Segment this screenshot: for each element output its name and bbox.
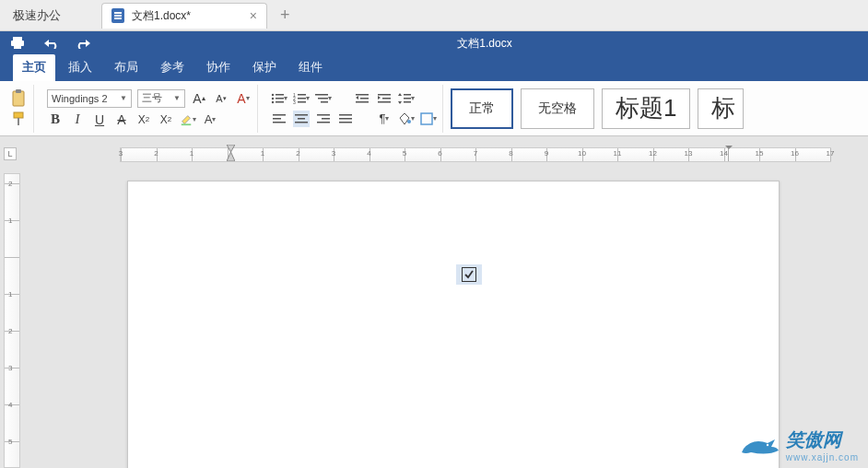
redo-icon[interactable] bbox=[76, 35, 92, 52]
ribbon-tab-protect[interactable]: 保护 bbox=[243, 54, 286, 81]
svg-rect-19 bbox=[298, 101, 306, 103]
shading-button[interactable]: ▾ bbox=[398, 111, 415, 127]
svg-rect-31 bbox=[404, 101, 411, 103]
svg-rect-39 bbox=[322, 118, 330, 120]
svg-rect-11 bbox=[276, 98, 284, 99]
font-name-select[interactable]: Wingdings 2 ▼ bbox=[47, 89, 132, 108]
ribbon-tab-home[interactable]: 主页 bbox=[13, 54, 55, 81]
right-margin-marker[interactable] bbox=[728, 148, 729, 161]
align-center-button[interactable] bbox=[293, 111, 310, 127]
watermark-url: www.xajjn.com bbox=[786, 452, 859, 462]
svg-rect-5 bbox=[14, 112, 23, 118]
tab-bar: 极速办公 文档1.docx* × + bbox=[0, 0, 868, 31]
ribbon-tab-component[interactable]: 组件 bbox=[289, 54, 332, 81]
style-heading1[interactable]: 标题1 bbox=[602, 88, 690, 129]
svg-rect-38 bbox=[317, 114, 330, 116]
svg-rect-22 bbox=[321, 101, 328, 103]
clipboard-group bbox=[6, 85, 34, 133]
checkbox-icon bbox=[462, 267, 476, 282]
svg-rect-41 bbox=[339, 114, 352, 116]
format-painter-icon[interactable] bbox=[11, 111, 28, 127]
svg-point-46 bbox=[767, 444, 768, 446]
selected-checkbox-glyph[interactable] bbox=[456, 264, 482, 285]
svg-rect-29 bbox=[404, 94, 411, 96]
chevron-down-icon: ▼ bbox=[173, 94, 181, 102]
svg-rect-26 bbox=[378, 94, 391, 96]
svg-point-12 bbox=[272, 100, 274, 102]
svg-rect-35 bbox=[295, 114, 308, 116]
add-tab-button[interactable]: + bbox=[280, 6, 290, 25]
line-spacing-button[interactable]: ▾ bbox=[398, 90, 415, 107]
document-tab[interactable]: 文档1.docx* × bbox=[101, 3, 267, 29]
quick-access-toolbar bbox=[9, 35, 92, 52]
svg-rect-23 bbox=[356, 94, 369, 96]
document-icon bbox=[111, 8, 124, 23]
svg-rect-28 bbox=[378, 101, 391, 103]
underline-button[interactable]: U bbox=[91, 111, 108, 128]
style-no-spacing[interactable]: 无空格 bbox=[521, 88, 594, 129]
horizontal-ruler[interactable]: 3211234567891011121314151617 bbox=[120, 147, 831, 162]
increase-indent-button[interactable] bbox=[376, 90, 393, 107]
svg-text:3: 3 bbox=[293, 99, 296, 104]
svg-rect-40 bbox=[317, 122, 330, 123]
increase-font-icon[interactable]: A▴ bbox=[191, 90, 207, 107]
bold-button[interactable]: B bbox=[47, 111, 64, 128]
svg-rect-30 bbox=[404, 98, 411, 99]
ribbon-tab-layout[interactable]: 布局 bbox=[105, 54, 147, 81]
workspace: L 3211234567891011121314151617 21123456 … bbox=[0, 136, 868, 468]
ribbon: Wingdings 2 ▼ 三号 ▼ A▴ A▾ A▾ B I U A X2 X… bbox=[0, 81, 868, 136]
app-name: 极速办公 bbox=[0, 7, 74, 24]
highlight-color-button[interactable]: ▾ bbox=[180, 111, 196, 128]
decrease-indent-button[interactable] bbox=[354, 90, 370, 107]
svg-rect-4 bbox=[16, 89, 21, 93]
chevron-down-icon: ▼ bbox=[120, 94, 127, 102]
numbered-list-button[interactable]: 123▾ bbox=[293, 90, 310, 107]
svg-rect-33 bbox=[273, 118, 281, 120]
svg-rect-7 bbox=[182, 123, 192, 125]
align-justify-button[interactable] bbox=[337, 111, 354, 127]
svg-rect-3 bbox=[13, 91, 24, 106]
ribbon-tab-insert[interactable]: 插入 bbox=[59, 54, 101, 81]
strikethrough-button[interactable]: A bbox=[113, 111, 130, 128]
align-left-button[interactable] bbox=[271, 111, 287, 127]
align-right-button[interactable] bbox=[315, 111, 332, 127]
paragraph-mark-button[interactable]: ¶▾ bbox=[376, 111, 393, 127]
svg-rect-13 bbox=[276, 101, 284, 103]
change-case-icon[interactable]: A▾ bbox=[235, 90, 252, 107]
style-heading-cut[interactable]: 标 bbox=[698, 88, 744, 129]
title-bar: 文档1.docx bbox=[0, 31, 868, 55]
svg-rect-34 bbox=[273, 122, 286, 123]
ribbon-tab-reference[interactable]: 参考 bbox=[151, 54, 194, 81]
borders-button[interactable]: ▾ bbox=[420, 111, 437, 127]
superscript-button[interactable]: X2 bbox=[135, 111, 152, 128]
close-tab-icon[interactable]: × bbox=[250, 8, 257, 23]
font-size-select[interactable]: 三号 ▼ bbox=[137, 89, 185, 108]
indent-marker-icon[interactable] bbox=[227, 145, 235, 165]
svg-rect-24 bbox=[360, 98, 369, 99]
svg-rect-27 bbox=[382, 98, 391, 99]
ribbon-tabs: 主页 插入 布局 参考 协作 保护 组件 bbox=[0, 55, 868, 81]
decrease-font-icon[interactable]: A▾ bbox=[213, 90, 229, 107]
svg-rect-25 bbox=[356, 101, 369, 103]
ruler-corner[interactable]: L bbox=[4, 147, 17, 160]
document-page[interactable] bbox=[127, 181, 780, 468]
vertical-ruler[interactable]: 21123456 bbox=[4, 173, 20, 468]
print-icon[interactable] bbox=[9, 35, 26, 52]
svg-rect-45 bbox=[421, 113, 432, 124]
ribbon-tab-collab[interactable]: 协作 bbox=[197, 54, 240, 81]
paragraph-group: ▾ 123▾ ▾ ▾ ¶▾ ▾ ▾ bbox=[265, 85, 443, 133]
font-group: Wingdings 2 ▼ 三号 ▼ A▴ A▾ A▾ B I U A X2 X… bbox=[41, 85, 258, 133]
style-normal[interactable]: 正常 bbox=[451, 88, 513, 129]
subscript-button[interactable]: X2 bbox=[158, 111, 174, 128]
window-title: 文档1.docx bbox=[111, 36, 859, 52]
paste-icon[interactable] bbox=[11, 90, 28, 107]
watermark-brand: 笑傲网 bbox=[786, 429, 841, 450]
undo-icon[interactable] bbox=[42, 35, 59, 52]
bullet-list-button[interactable]: ▾ bbox=[271, 90, 287, 107]
svg-rect-36 bbox=[298, 118, 305, 120]
svg-rect-0 bbox=[13, 37, 22, 41]
italic-button[interactable]: I bbox=[69, 111, 86, 128]
svg-rect-17 bbox=[298, 98, 306, 99]
font-color-button[interactable]: A▾ bbox=[202, 111, 218, 128]
multilevel-list-button[interactable]: ▾ bbox=[315, 90, 332, 107]
